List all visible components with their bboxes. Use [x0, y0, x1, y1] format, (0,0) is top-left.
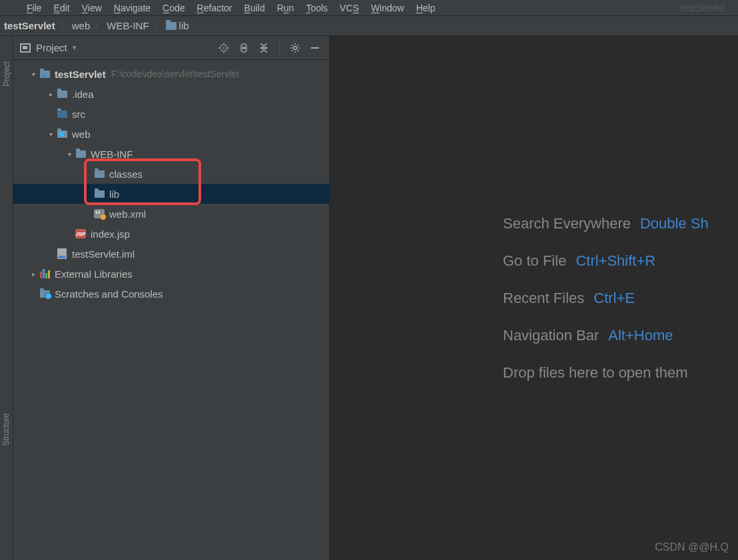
breadcrumb-webinf[interactable]: WEB-INF: [107, 20, 149, 31]
editor-empty-state: Search EverywhereDouble Sh Go to FileCtr…: [330, 36, 738, 560]
menu-vcs[interactable]: VCS: [340, 3, 359, 13]
menu-help[interactable]: Help: [416, 3, 436, 13]
svg-line-11: [292, 45, 293, 46]
svg-point-6: [294, 46, 297, 49]
source-folder-icon: [57, 111, 67, 118]
svg-rect-15: [311, 47, 319, 49]
project-tree: ▾ testServlet F:\code\idea\servlet\testS…: [13, 60, 329, 304]
chevron-right-icon: 〉: [94, 20, 103, 32]
tree-iml[interactable]: ▸ testServlet.iml: [13, 244, 329, 264]
tree-root-testservlet[interactable]: ▾ testServlet F:\code\idea\servlet\testS…: [13, 64, 329, 84]
svg-line-13: [292, 50, 293, 51]
gear-icon[interactable]: [288, 41, 302, 55]
tree-lib[interactable]: ▸ lib: [13, 184, 329, 204]
shortcut-text: Ctrl+E: [593, 290, 635, 306]
tree-hint: F:\code\idea\servlet\testServlet: [111, 69, 239, 79]
project-panel: Project ▼ ▾ testServlet F:\code\idea\ser…: [13, 36, 330, 560]
tree-indexjsp[interactable]: ▸ JSP index.jsp: [13, 224, 329, 244]
shortcut-text: Double Sh: [640, 215, 709, 232]
shortcut-text: Alt+Home: [608, 327, 673, 344]
project-view-icon: [20, 43, 31, 53]
hint-navigation-bar: Navigation BarAlt+Home: [503, 327, 673, 344]
tree-src[interactable]: ▸ src: [13, 104, 329, 124]
breadcrumb-testservlet[interactable]: testServlet: [4, 20, 55, 31]
menu-window[interactable]: Window: [371, 3, 404, 13]
folder-icon: [95, 170, 105, 178]
breadcrumb-web[interactable]: web: [72, 20, 91, 31]
chevron-right-icon: ▸: [45, 91, 56, 98]
svg-line-14: [298, 45, 299, 46]
hint-recent-files: Recent FilesCtrl+E: [503, 290, 635, 307]
watermark-text: CSDN @@H.Q: [655, 541, 729, 553]
folder-icon: [76, 150, 86, 158]
menu-run[interactable]: Run: [277, 3, 294, 13]
menu-refactor[interactable]: Refactor: [197, 3, 232, 13]
chevron-down-icon: ▾: [28, 71, 39, 78]
menu-bar: File Edit View Navigate Code Refactor Bu…: [0, 0, 738, 16]
menu-view[interactable]: View: [82, 3, 102, 13]
tree-label: testServlet: [55, 69, 106, 80]
chevron-down-icon: ▾: [45, 131, 56, 138]
locate-icon[interactable]: [216, 41, 231, 55]
menu-navigate[interactable]: Navigate: [114, 3, 151, 13]
scratches-icon: [40, 290, 50, 298]
svg-line-12: [298, 50, 299, 51]
menu-code[interactable]: Code: [163, 3, 184, 13]
tree-external-libraries[interactable]: ▸ External Libraries: [13, 264, 329, 284]
tree-scratches[interactable]: ▸ Scratches and Consoles: [13, 284, 329, 304]
tree-label: index.jsp: [91, 228, 130, 240]
chevron-down-icon: ▾: [64, 150, 75, 158]
collapse-all-icon[interactable]: [256, 41, 271, 55]
tree-label: WEB-INF: [91, 148, 133, 160]
tree-label: lib: [109, 188, 119, 200]
tree-label: External Libraries: [55, 268, 133, 280]
shortcut-text: Ctrl+Shift+R: [575, 252, 655, 269]
tree-label: Scratches and Consoles: [55, 288, 163, 300]
hide-icon[interactable]: [308, 41, 322, 55]
menu-file[interactable]: File: [27, 3, 42, 13]
iml-file-icon: [57, 248, 67, 259]
hint-search-everywhere: Search EverywhereDouble Sh: [503, 215, 709, 232]
hint-drop-files: Drop files here to open them: [503, 364, 688, 382]
svg-point-1: [223, 47, 225, 49]
module-folder-icon: [40, 71, 50, 78]
folder-icon: [57, 91, 67, 98]
tree-label: .idea: [72, 89, 94, 100]
menu-edit[interactable]: Edit: [54, 3, 70, 13]
search-placeholder[interactable]: testServlet: [681, 3, 725, 13]
expand-all-icon[interactable]: [236, 41, 251, 55]
chevron-right-icon: ▸: [28, 270, 39, 278]
tree-label: src: [72, 109, 85, 120]
tree-idea[interactable]: ▸ .idea: [13, 84, 329, 104]
jsp-file-icon: JSP: [75, 229, 86, 238]
tree-label: web: [72, 129, 91, 140]
tree-label: web.xml: [109, 208, 146, 220]
folder-icon: [166, 22, 177, 30]
dropdown-arrow-icon: ▼: [71, 44, 78, 51]
tree-classes[interactable]: ▸ classes: [13, 164, 329, 184]
tree-webxml[interactable]: ▸ web.xml: [13, 204, 329, 224]
chevron-right-icon: 〉: [59, 20, 68, 32]
tree-webinf[interactable]: ▾ WEB-INF: [13, 144, 329, 164]
breadcrumb-lib[interactable]: lib: [166, 20, 189, 31]
folder-icon: [95, 190, 105, 198]
toolstrip-project[interactable]: Project: [2, 61, 11, 86]
tree-label: testServlet.iml: [72, 248, 135, 260]
menu-build[interactable]: Build: [244, 3, 265, 13]
menu-tools[interactable]: Tools: [306, 3, 328, 13]
tree-web[interactable]: ▾ web: [13, 124, 329, 144]
breadcrumb: testServlet 〉 web 〉 WEB-INF 〉 lib: [0, 16, 738, 36]
tree-label: classes: [109, 168, 143, 180]
chevron-right-icon: 〉: [153, 20, 162, 32]
toolstrip-structure[interactable]: Structure: [2, 414, 11, 446]
project-panel-header: Project ▼: [13, 36, 329, 60]
left-toolstrip: Project Structure: [0, 36, 13, 560]
project-panel-title[interactable]: Project ▼: [36, 42, 78, 53]
hint-goto-file: Go to FileCtrl+Shift+R: [503, 252, 655, 270]
web-folder-icon: [57, 131, 67, 138]
xml-file-icon: [94, 209, 105, 218]
libraries-icon: [40, 269, 50, 278]
